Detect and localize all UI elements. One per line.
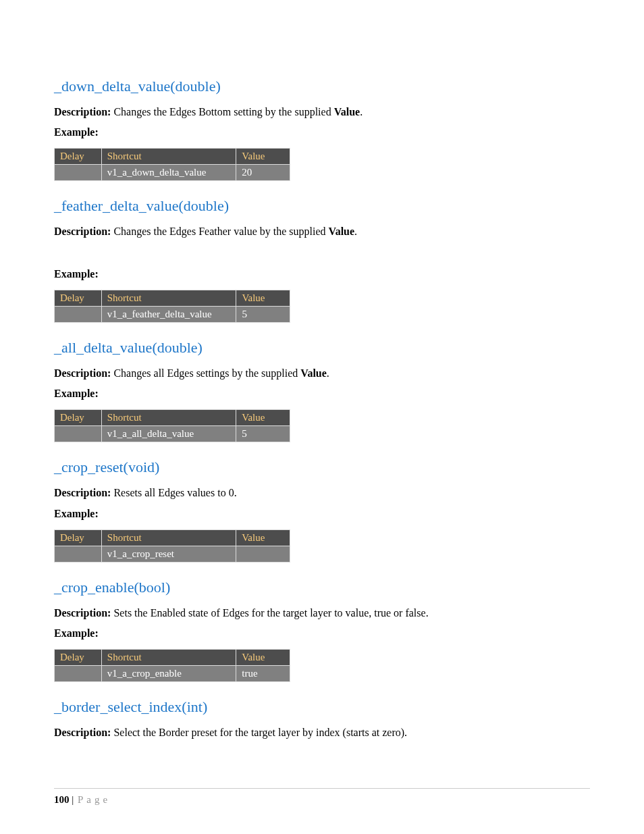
td-shortcut: v1_a_feather_delta_value (101, 306, 236, 322)
description-line: Description: Sets the Enabled state of E… (54, 606, 590, 621)
th-shortcut: Shortcut (101, 649, 236, 665)
table-header-row: Delay Shortcut Value (55, 649, 290, 665)
th-delay: Delay (55, 649, 102, 665)
th-shortcut: Shortcut (101, 410, 236, 426)
section-title: _all_delta_value(double) (54, 339, 590, 357)
td-value: 20 (236, 165, 290, 181)
description-text: Resets all Edges values to 0. (113, 487, 236, 498)
td-value (236, 546, 290, 562)
example-label: Example: (54, 508, 590, 520)
description-line: Description: Changes the Edges Feather v… (54, 224, 590, 239)
td-delay (55, 665, 102, 681)
td-delay (55, 426, 102, 442)
table-row: v1_a_crop_enable true (55, 665, 290, 681)
description-line: Description: Changes the Edges Bottom se… (54, 105, 590, 120)
td-shortcut: v1_a_crop_reset (101, 546, 236, 562)
footer-sep: | (70, 794, 77, 805)
description-post: . (354, 226, 357, 237)
th-value: Value (236, 529, 290, 546)
description-text: Changes all Edges settings by the suppli… (113, 367, 300, 379)
td-value: 5 (236, 306, 290, 322)
example-label: Example: (54, 268, 590, 280)
shortcut-table: Delay Shortcut Value v1_a_crop_enable tr… (54, 649, 290, 682)
th-delay: Delay (55, 529, 102, 546)
th-value: Value (236, 149, 290, 165)
description-bold: Value (334, 106, 360, 118)
section-title: _crop_enable(bool) (54, 579, 590, 596)
description-label: Description: (54, 367, 111, 379)
td-shortcut: v1_a_crop_enable (101, 665, 236, 681)
page-number: 100 (54, 794, 70, 805)
table-header-row: Delay Shortcut Value (55, 529, 290, 546)
section-title: _feather_delta_value(double) (54, 197, 590, 215)
td-delay (55, 306, 102, 322)
section-title: _down_delta_value(double) (54, 78, 590, 95)
description-post: . (327, 367, 329, 379)
table-row: v1_a_feather_delta_value 5 (55, 306, 290, 322)
th-shortcut: Shortcut (101, 529, 236, 546)
table-header-row: Delay Shortcut Value (55, 410, 290, 426)
table-header-row: Delay Shortcut Value (55, 290, 290, 306)
shortcut-table: Delay Shortcut Value v1_a_all_delta_valu… (54, 409, 290, 442)
description-label: Description: (54, 607, 111, 619)
th-shortcut: Shortcut (101, 149, 236, 165)
description-label: Description: (54, 226, 111, 237)
table-row: v1_a_down_delta_value 20 (55, 165, 290, 181)
td-shortcut: v1_a_all_delta_value (101, 426, 236, 442)
description-post: . (360, 106, 363, 118)
description-bold: Value (329, 226, 355, 237)
th-delay: Delay (55, 290, 102, 306)
description-label: Description: (54, 106, 111, 118)
td-value: 5 (236, 426, 290, 442)
table-header-row: Delay Shortcut Value (55, 149, 290, 165)
shortcut-table: Delay Shortcut Value v1_a_down_delta_val… (54, 148, 290, 181)
spacer (54, 246, 590, 268)
th-delay: Delay (55, 149, 102, 165)
td-shortcut: v1_a_down_delta_value (101, 165, 236, 181)
td-value: true (236, 665, 290, 681)
description-text: Sets the Enabled state of Edges for the … (113, 607, 428, 619)
th-value: Value (236, 410, 290, 426)
th-value: Value (236, 290, 290, 306)
description-bold: Value (300, 367, 327, 379)
table-row: v1_a_crop_reset (55, 546, 290, 562)
td-delay (55, 165, 102, 181)
example-label: Example: (54, 627, 590, 640)
description-line: Description: Resets all Edges values to … (54, 486, 590, 500)
section-title: _crop_reset(void) (54, 459, 590, 476)
description-line: Description: Changes all Edges settings … (54, 366, 590, 381)
example-label: Example: (54, 388, 590, 400)
th-value: Value (236, 649, 290, 665)
description-text: Changes the Edges Bottom setting by the … (113, 106, 333, 118)
description-label: Description: (54, 487, 111, 498)
td-delay (55, 546, 102, 562)
shortcut-table: Delay Shortcut Value v1_a_feather_delta_… (54, 290, 290, 323)
description-text: Select the Border preset for the target … (113, 727, 407, 738)
description-line: Description: Select the Border preset fo… (54, 725, 590, 740)
page-content: _down_delta_value(double) Description: C… (0, 0, 644, 740)
example-label: Example: (54, 126, 590, 138)
description-text: Changes the Edges Feather value by the s… (113, 226, 328, 237)
description-label: Description: (54, 727, 111, 738)
th-delay: Delay (55, 410, 102, 426)
th-shortcut: Shortcut (101, 290, 236, 306)
shortcut-table: Delay Shortcut Value v1_a_crop_reset (54, 529, 290, 563)
page-footer: 100 | Page (54, 788, 590, 806)
section-title: _border_select_index(int) (54, 698, 590, 716)
page-word: Page (78, 794, 111, 805)
table-row: v1_a_all_delta_value 5 (55, 426, 290, 442)
